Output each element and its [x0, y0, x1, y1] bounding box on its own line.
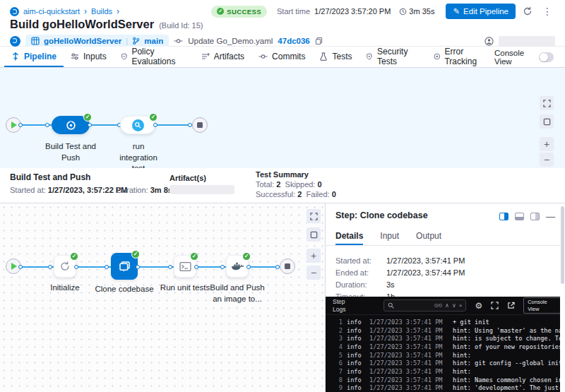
log-line: 3info1/27/2023 3:57:41 PMhint: is subjec… [326, 334, 561, 343]
tab-pipeline[interactable]: Pipeline [4, 47, 64, 67]
test-summary-row-2: Successful: 2 Failed: 0 [256, 190, 336, 198]
canvas-zoom-in-button[interactable]: + [307, 249, 321, 263]
scrollbar-thumb[interactable] [561, 206, 564, 284]
canvas-zoom-in-button[interactable]: + [540, 137, 554, 151]
canvas-fit-view-button[interactable] [540, 114, 554, 129]
stage-node-label[interactable]: Build Test and Push [41, 141, 100, 163]
commit-message: Update Go_Demo.yaml [188, 37, 273, 45]
log-fullscreen-icon[interactable] [491, 302, 499, 309]
start-time-label: Start time [277, 7, 310, 16]
tab-input[interactable]: Input [380, 227, 399, 245]
copy-icon[interactable] [315, 37, 323, 45]
commit-hash-link[interactable]: 47dc036 [278, 37, 309, 45]
tab-policy-evaluations[interactable]: Policy Evaluations [114, 47, 194, 67]
canvas-zoom-out-button[interactable]: − [540, 153, 554, 167]
stage-details-strip: Build Test and Push Started at: 1/27/202… [0, 168, 565, 203]
log-console-view-button[interactable]: Console View [523, 297, 561, 314]
log-open-external-icon[interactable] [507, 302, 515, 309]
tab-label: Error Tracking [444, 47, 487, 66]
breadcrumb: aim-ci-quickstart › Builds › ✓ SUCCESS S… [0, 0, 565, 17]
success-badge-icon: ✓ [190, 252, 198, 261]
step-node-run-unit-tests[interactable]: ✓ [174, 255, 196, 278]
step-graph-canvas[interactable]: ✓ ✓ ✓ ✓ Initialize Clone codebase Run un… [0, 203, 325, 392]
step-node-build-and-push[interactable]: ✓ [226, 255, 249, 278]
branch-name[interactable]: main [144, 37, 163, 45]
log-line: 7info1/27/2023 3:57:41 PMhint: [326, 367, 561, 376]
search-close-icon[interactable]: × [459, 302, 463, 309]
play-icon [11, 263, 17, 270]
clock-icon [399, 8, 407, 16]
stage-node-run-integration-test[interactable]: ✓ [120, 116, 155, 134]
canvas-fullscreen-button[interactable] [540, 96, 554, 110]
status-text: SUCCESS [227, 8, 261, 16]
security-icon [366, 52, 373, 61]
tab-security-tests[interactable]: Security Tests [359, 47, 426, 67]
breadcrumb-builds[interactable]: Builds [91, 7, 112, 16]
tab-artifacts[interactable]: Artifacts [194, 47, 251, 67]
build-id: (Build Id: 15) [159, 21, 203, 30]
tab-inputs[interactable]: Inputs [64, 47, 114, 67]
chevron-right-icon: › [84, 7, 87, 16]
tab-commits[interactable]: Commits [251, 47, 312, 67]
tab-error-tracking[interactable]: Error Tracking [427, 47, 494, 67]
search-match-counter: 0/0 [434, 302, 442, 309]
clone-codebase-icon [118, 260, 131, 273]
canvas-zoom-out-button[interactable]: − [307, 266, 321, 280]
breadcrumb-project[interactable]: aim-ci-quickstart [23, 7, 80, 16]
build-duration: 3m 35s [399, 7, 434, 16]
search-prev-icon[interactable]: ∧ [445, 302, 449, 309]
tab-output[interactable]: Output [416, 227, 441, 245]
check-icon: ✓ [217, 8, 224, 15]
step-node-label[interactable]: Build and Push an image to... [205, 283, 270, 304]
console-view-label: Console View [494, 49, 534, 66]
step-node-clone-codebase[interactable]: ✓ [111, 253, 138, 280]
search-next-icon[interactable]: ∨ [452, 302, 456, 309]
layout-right-panel-icon[interactable] [499, 213, 509, 220]
panel-scrollbar[interactable] [560, 203, 565, 392]
field-label: Ended at: [335, 268, 386, 277]
stage-started-at: Started at: 1/27/2023, 3:57:22 PM [10, 186, 127, 194]
build-page: aim-ci-quickstart › Builds › ✓ SUCCESS S… [0, 0, 565, 392]
step-node-label[interactable]: Initialize [40, 283, 90, 294]
minimize-panel-icon[interactable]: — [546, 212, 555, 221]
pipeline-icon [11, 52, 20, 61]
duration-text: 3m 35s [409, 7, 434, 16]
layout-bottom-panel-icon[interactable] [515, 213, 524, 220]
commits-icon [258, 52, 268, 61]
console-view-toggle[interactable] [539, 52, 554, 62]
error-tracking-icon [434, 52, 441, 61]
log-line: 1info1/27/2023 3:57:41 PM+ git init [326, 318, 561, 326]
repo-name[interactable]: goHelloWorldServer [44, 37, 121, 45]
tab-details[interactable]: Details [335, 227, 363, 245]
edit-pipeline-button[interactable]: ✎ Edit Pipeline [446, 4, 516, 19]
log-console: Step Logs 0/0 ∧ ∨ × ⚙ Console View [326, 297, 561, 392]
artifacts-label: Artifact(s) [170, 174, 206, 182]
repo-icon [31, 37, 40, 45]
log-line: 8info1/27/2023 3:57:41 PMhint: Names com… [326, 376, 561, 384]
step-node-initialize[interactable]: ✓ [54, 255, 76, 278]
search-icon [388, 302, 394, 309]
tab-label: Pipeline [24, 52, 56, 61]
test-summary-title: Test Summary [256, 170, 309, 179]
log-settings-gear-icon[interactable]: ⚙ [475, 301, 482, 311]
tab-tests[interactable]: Tests [312, 47, 359, 67]
kebab-menu-icon[interactable]: ⋮ [540, 6, 555, 17]
test-stage-icon [132, 119, 144, 131]
repo-branch-pill[interactable]: goHelloWorldServer | main [25, 35, 169, 47]
field-value: 3s [386, 280, 395, 289]
success-badge-icon: ✓ [70, 252, 78, 261]
redacted-artifact [170, 185, 234, 194]
artifacts-icon [201, 52, 210, 61]
stage-graph-canvas[interactable]: ✓ ✓ Build Test and Push run integration … [0, 68, 565, 168]
stage-duration: Duration: 3m 8s [117, 186, 172, 194]
log-search-input[interactable]: 0/0 ∧ ∨ × [383, 299, 466, 311]
stage-node-build-test-and-push[interactable]: ✓ [52, 116, 90, 134]
refresh-icon[interactable] [520, 6, 535, 16]
canvas-fit-view-button[interactable] [307, 227, 321, 242]
layout-split-panel-icon[interactable] [530, 213, 540, 220]
branch-icon [132, 37, 140, 45]
field-label: Duration: [335, 280, 386, 289]
canvas-fullscreen-button[interactable] [307, 209, 321, 223]
tab-label: Commits [272, 52, 305, 61]
step-node-label[interactable]: Clone codebase [92, 284, 157, 295]
